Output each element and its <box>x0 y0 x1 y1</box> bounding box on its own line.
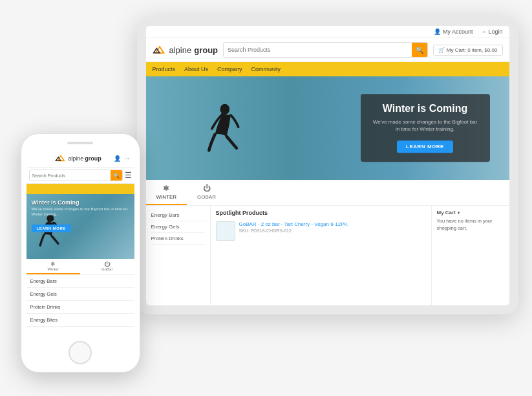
phone-logo-bold: group <box>85 155 101 162</box>
product-details: GoBAR - 2 oz bar - Tart Cherry - Vegan 8… <box>239 221 348 233</box>
list-item[interactable]: Energy Bars <box>151 210 205 221</box>
tablet-search-input[interactable] <box>224 47 412 53</box>
tablet-topbar: 👤 My Account → Login <box>146 26 509 38</box>
phone-hero-subtitle: We've made some changes to the Bigfoot b… <box>32 207 129 217</box>
phone-login-icon[interactable]: → <box>125 155 131 162</box>
tablet-screen: 👤 My Account → Login alpine group <box>146 26 509 305</box>
nav-item-community[interactable]: Community <box>251 66 281 72</box>
account-link[interactable]: 👤 My Account <box>434 28 473 35</box>
tablet-tabs: ❄ WINTER ⏻ GOBAR <box>146 180 509 206</box>
phone-search-box[interactable]: 🔍 <box>29 170 123 181</box>
list-item[interactable]: Energy Gels <box>151 221 205 233</box>
tablet-content: Energy Bars Energy Gels Protein Drinks S… <box>146 206 509 305</box>
logo-bold: group <box>194 45 218 55</box>
hero-person-silhouette <box>198 102 250 167</box>
product-sku: SKU: FDS18-CH0IR9-612 <box>239 228 348 233</box>
svg-point-2 <box>220 104 229 115</box>
nav-item-company[interactable]: Company <box>217 66 242 72</box>
hero-overlay: Winter is Coming We've made some changes… <box>361 94 490 162</box>
spotlight-title: Spotlight Products <box>216 210 268 216</box>
phone-topbar-icons: 👤 → <box>114 155 131 162</box>
phone-list: Energy Bars Energy Gels Protein Drinks E… <box>27 275 134 337</box>
gobar-icon: ⏻ <box>203 184 211 193</box>
phone-hero-learn-more-button[interactable]: LEARN MORE <box>32 225 71 232</box>
tablet-center-col: Spotlight Products GoBAR - 2 oz bar - Ta… <box>211 206 432 305</box>
tablet-header: alpine group 🔍 🛒 My Cart: 0 item, $0.00 <box>146 38 509 62</box>
phone-logo-thin: alpine <box>68 155 83 162</box>
list-item[interactable]: Energy Bites <box>27 314 134 327</box>
login-label: Login <box>488 28 502 35</box>
alpine-logo-icon <box>153 45 167 55</box>
winter-icon: ❄ <box>163 184 169 193</box>
hero-learn-more-button[interactable]: LEARN MORE <box>397 141 453 153</box>
account-icon: 👤 <box>434 28 441 35</box>
phone-tab-winter-label: Winter <box>48 267 59 271</box>
tablet-hero: Winter is Coming We've made some changes… <box>146 76 509 180</box>
phone-tab-winter[interactable]: ❄ Winter <box>27 259 81 274</box>
phone-logo: alpine group <box>51 152 105 164</box>
phone-search-input[interactable] <box>30 173 111 178</box>
product-link[interactable]: GoBAR - 2 oz bar - Tart Cherry - Vegan 8… <box>239 221 348 227</box>
cart-icon: 🛒 <box>438 47 445 53</box>
tablet-logo: alpine group <box>153 45 218 55</box>
list-item[interactable]: Energy Bars <box>27 275 134 288</box>
login-icon: → <box>480 28 486 35</box>
logo-thin: alpine <box>169 45 192 55</box>
tablet-search-button[interactable]: 🔍 <box>412 42 427 58</box>
phone-topbar: alpine group 👤 → <box>27 149 134 168</box>
scene: 👤 My Account → Login alpine group <box>1 4 531 392</box>
phone-tabs: ❄ Winter ⏻ GoBar <box>27 259 134 275</box>
phone-winter-icon: ❄ <box>50 261 56 267</box>
nav-item-about[interactable]: About Us <box>184 66 208 72</box>
phone-hero: Winter is Coming We've made some changes… <box>27 194 134 259</box>
list-item[interactable]: Protein Drinks <box>27 301 134 314</box>
phone-speaker <box>67 142 93 144</box>
tab-winter[interactable]: ❄ WINTER <box>146 180 187 205</box>
phone-device: alpine group 👤 → 🔍 ☰ <box>21 133 140 373</box>
phone-logo-icon <box>55 154 67 162</box>
tab-gobar-label: GOBAR <box>197 194 216 200</box>
phone-search-button[interactable]: 🔍 <box>111 170 122 181</box>
list-item[interactable]: Protein Drinks <box>151 233 205 245</box>
phone-menu-icon[interactable]: ☰ <box>125 171 132 180</box>
tablet-right-col: My Cart You have no items in your shoppi… <box>432 206 509 305</box>
tablet-search-box[interactable]: 🔍 <box>223 42 428 58</box>
phone-tab-gobar[interactable]: ⏻ GoBar <box>80 259 134 274</box>
list-item[interactable]: Energy Gels <box>27 288 134 301</box>
phone-tab-gobar-label: GoBar <box>101 267 112 271</box>
nav-item-products[interactable]: Products <box>153 66 176 72</box>
tablet-left-col: Energy Bars Energy Gels Protein Drinks <box>146 206 211 305</box>
product-thumbnail <box>216 221 235 241</box>
tab-winter-label: WINTER <box>156 194 177 200</box>
tablet-nav: Products About Us Company Community <box>146 62 509 76</box>
account-label: My Account <box>443 28 473 35</box>
hero-title: Winter is Coming <box>372 103 478 115</box>
tablet-cart[interactable]: 🛒 My Cart: 0 item, $0.00 <box>433 45 503 56</box>
phone-screen: alpine group 👤 → 🔍 ☰ <box>27 149 134 337</box>
spotlight-product-row: GoBAR - 2 oz bar - Tart Cherry - Vegan 8… <box>216 219 426 243</box>
tablet-device: 👤 My Account → Login alpine group <box>137 17 518 314</box>
phone-search-row: 🔍 ☰ <box>27 168 134 184</box>
phone-account-icon[interactable]: 👤 <box>114 155 121 162</box>
phone-home-button[interactable] <box>69 341 92 364</box>
cart-dropdown[interactable]: My Cart <box>437 210 461 215</box>
tab-gobar[interactable]: ⏻ GOBAR <box>187 180 226 205</box>
phone-hero-text-overlay: Winter is Coming We've made some changes… <box>27 199 134 232</box>
hero-subtitle: We've made some changes to the Bigfoot b… <box>372 118 478 133</box>
cart-empty-message: You have no items in your shopping cart. <box>437 218 504 232</box>
spotlight-header: Spotlight Products <box>216 210 426 216</box>
cart-label: My Cart: 0 item, $0.00 <box>447 47 498 53</box>
phone-hero-title: Winter is Coming <box>32 199 129 206</box>
cart-header: My Cart <box>437 210 504 215</box>
phone-nav <box>27 184 134 194</box>
phone-gobar-icon: ⏻ <box>104 261 110 267</box>
login-link[interactable]: → Login <box>480 28 502 35</box>
